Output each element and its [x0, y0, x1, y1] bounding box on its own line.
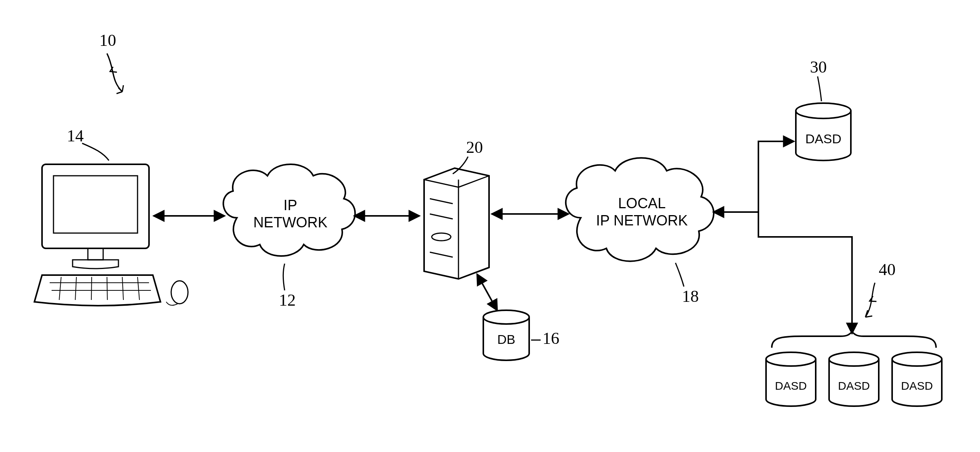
dasd-40-1-label: DASD — [775, 379, 807, 392]
ip-l1: IP — [283, 197, 297, 213]
svg-point-21 — [766, 352, 816, 366]
ref-40-label: 40 — [879, 260, 896, 279]
svg-rect-0 — [42, 164, 149, 248]
ref-12-label: 12 — [279, 291, 296, 309]
svg-line-7 — [107, 277, 107, 300]
ref-40: 40 — [865, 260, 896, 317]
svg-line-12 — [424, 180, 458, 187]
dasd-group-brace — [772, 332, 936, 348]
svg-rect-1 — [53, 176, 138, 233]
svg-point-22 — [829, 352, 879, 366]
ref-10-label: 10 — [99, 31, 116, 50]
svg-line-14 — [430, 199, 453, 204]
db-cylinder: DB 16 — [483, 310, 559, 360]
svg-point-23 — [892, 352, 942, 366]
dasd-40-1: DASD — [766, 352, 816, 406]
svg-point-20 — [796, 103, 851, 118]
ref-30-label: 30 — [810, 58, 827, 76]
svg-line-4 — [59, 277, 61, 300]
local-l1: LOCAL — [618, 195, 666, 211]
local-ip-network-cloud: LOCAL IP NETWORK 18 — [566, 158, 714, 306]
db-label: DB — [497, 332, 515, 347]
dasd-30: 30 DASD — [796, 58, 851, 160]
local-l2: IP NETWORK — [596, 212, 688, 228]
network-diagram: 10 14 IP NETWORK 12 — [0, 0, 980, 452]
svg-point-10 — [171, 281, 188, 304]
svg-line-17 — [430, 252, 453, 257]
svg-line-8 — [122, 277, 123, 300]
svg-line-9 — [138, 277, 139, 300]
dasd-30-label: DASD — [805, 131, 841, 146]
svg-point-16 — [432, 233, 451, 241]
ip-network-cloud: IP NETWORK 12 — [224, 164, 355, 309]
dasd-40-3: DASD — [892, 352, 942, 406]
dasd-40-2: DASD — [829, 352, 879, 406]
svg-line-5 — [75, 277, 76, 300]
server: 20 — [424, 138, 489, 279]
svg-point-18 — [483, 310, 529, 324]
ip-l2: NETWORK — [253, 214, 327, 230]
edge-server-db — [478, 275, 497, 309]
ref-20-label: 20 — [466, 138, 483, 157]
svg-line-13 — [458, 176, 489, 187]
ref-14-label: 14 — [67, 126, 84, 145]
edge-local-dasd40 — [758, 212, 852, 332]
dasd-40-3-label: DASD — [901, 379, 933, 392]
ref-18-label: 18 — [682, 287, 699, 306]
dasd-40-2-label: DASD — [838, 379, 870, 392]
edge-local-dasd30 — [758, 141, 793, 212]
svg-line-6 — [91, 277, 92, 300]
svg-line-15 — [430, 214, 453, 219]
ref-16-label: 16 — [543, 329, 559, 348]
ref-10: 10 — [99, 31, 123, 94]
